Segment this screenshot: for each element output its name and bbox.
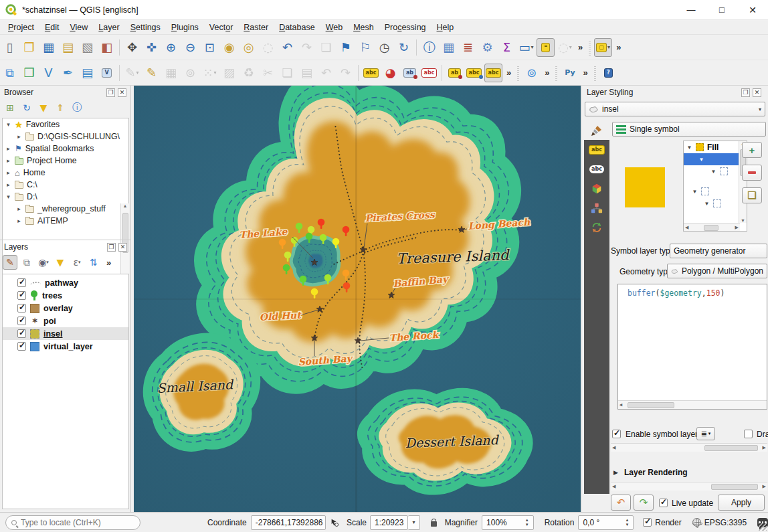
pan-to-selection-button[interactable]: ✜: [142, 38, 161, 57]
select-features-button[interactable]: ▢▾: [594, 38, 612, 57]
new-spatial-bookmark-button[interactable]: ⚑: [337, 38, 355, 57]
menu-mesh[interactable]: Mesh: [348, 21, 379, 33]
close-button[interactable]: ✕: [737, 0, 768, 19]
statistical-summary-button[interactable]: Σ: [498, 38, 516, 57]
styling-close-button[interactable]: ✕: [753, 88, 761, 97]
toolbar-overflow-button[interactable]: »: [575, 42, 586, 52]
help-button[interactable]: ?: [599, 64, 617, 82]
tab-history[interactable]: [584, 217, 609, 237]
expander-icon[interactable]: ▸: [5, 157, 11, 164]
menu-vector[interactable]: Vector: [204, 21, 238, 33]
lock-scale-icon[interactable]: [431, 521, 437, 527]
tab-diagrams[interactable]: [584, 198, 609, 217]
browser-item-spatial-bookmarks[interactable]: ▸⚑Spatial Bookmarks: [3, 143, 128, 155]
menu-project[interactable]: Project: [3, 21, 39, 33]
browser-item-aitemp[interactable]: ▸AITEMP: [3, 215, 128, 227]
toggle-editing-button[interactable]: ✎: [142, 64, 161, 82]
collapse-all-button[interactable]: ⇑: [53, 100, 68, 115]
new-spatialite-layer-button[interactable]: ✒: [59, 64, 77, 82]
python-console-button[interactable]: Py: [561, 64, 579, 82]
zoom-to-selection-button[interactable]: ◉: [220, 38, 238, 57]
layer-item-poi[interactable]: ✶poi: [3, 315, 128, 327]
tab-3d-view[interactable]: [584, 179, 609, 198]
tab-symbology[interactable]: [584, 120, 609, 140]
refresh-map-button[interactable]: ↻: [395, 38, 413, 57]
layer-item-insel[interactable]: insel: [3, 327, 128, 340]
browser-item-d[interactable]: ▾D:\: [3, 191, 128, 203]
new-print-layout-button[interactable]: ▤: [59, 38, 77, 57]
geometry-type-select[interactable]: Polygon / MultiPolygon: [667, 264, 767, 278]
menu-edit[interactable]: Edit: [39, 21, 65, 33]
measure-line-button[interactable]: ▭▾: [517, 38, 535, 57]
layer-item-trees[interactable]: trees: [3, 289, 128, 302]
menu-view[interactable]: View: [64, 21, 93, 33]
new-virtual-layer-button[interactable]: V: [98, 64, 116, 82]
new-geopackage-layer-button[interactable]: ❒: [20, 64, 38, 82]
open-attribute-table-button[interactable]: ▦: [440, 38, 458, 57]
symbol-tree-row-sub3[interactable]: ▼: [684, 197, 747, 209]
menu-raster[interactable]: Raster: [238, 21, 274, 33]
toolbar-overflow-button[interactable]: »: [613, 42, 624, 52]
expander-icon[interactable]: ▾: [5, 121, 11, 128]
browser-item-d-qgis-schulung[interactable]: ▸D:\QGIS-SCHULUNG\: [3, 130, 128, 143]
pan-map-button[interactable]: ✥: [123, 38, 141, 57]
tab-masks[interactable]: abc: [584, 159, 609, 179]
layer-rendering-expander-icon[interactable]: ▶: [613, 469, 618, 476]
browser-item-wheregroup-stuff[interactable]: ▸_wheregroup_stuff: [3, 203, 128, 215]
toolbar-overflow-button[interactable]: »: [103, 258, 114, 268]
open-project-button[interactable]: ❐: [20, 38, 38, 57]
zoom-full-extent-button[interactable]: ⊡: [201, 38, 219, 57]
magnifier-value[interactable]: 100%▲▼: [482, 515, 534, 530]
open-layer-styling-button[interactable]: ✎: [3, 255, 17, 270]
live-update-checkbox[interactable]: [659, 499, 668, 507]
expression-hscroll[interactable]: ◀: [618, 400, 767, 409]
draw-effects-checkbox[interactable]: [744, 430, 753, 438]
zoom-to-layer-button[interactable]: ◎: [239, 38, 258, 57]
browser-item-home[interactable]: ▸⌂Home: [3, 167, 128, 179]
menu-plugins[interactable]: Plugins: [166, 21, 204, 33]
zoom-out-button[interactable]: ⊖: [181, 38, 199, 57]
browser-properties-button[interactable]: ⓘ: [70, 100, 84, 115]
add-selected-layers-button[interactable]: ⊞: [3, 100, 17, 115]
coordinate-value[interactable]: -278661,17392886: [251, 515, 326, 530]
maximize-button[interactable]: □: [706, 0, 737, 19]
scale-dropdown-button[interactable]: ▾: [408, 515, 419, 530]
symbol-layer-type-select[interactable]: Geometry generator: [670, 244, 767, 258]
symbol-tree-hscroll[interactable]: ◀▶: [684, 223, 740, 232]
browser-item-project-home[interactable]: ▸Project Home: [3, 155, 128, 167]
menu-settings[interactable]: Settings: [125, 21, 166, 33]
expander-icon[interactable]: ▸: [5, 145, 11, 152]
refresh-browser-button[interactable]: ↻: [19, 100, 34, 115]
styling-hscroll-1[interactable]: ◀▶: [611, 443, 767, 452]
layer-visibility-checkbox[interactable]: [17, 317, 26, 325]
highlight-pinned-labels-button[interactable]: abc: [420, 64, 438, 82]
styling-layer-select[interactable]: insel ▾: [585, 102, 765, 116]
symbol-tree-row-geometry-generator[interactable]: ▼: [684, 153, 747, 165]
browser-close-button[interactable]: ✕: [118, 88, 126, 97]
crs-status-button[interactable]: EPSG:3395: [704, 518, 747, 527]
processing-toolbox-button[interactable]: ⚙: [478, 38, 496, 57]
expander-icon[interactable]: ▸: [5, 169, 11, 176]
browser-item-c[interactable]: ▸C:\: [3, 179, 128, 191]
remove-symbol-layer-button[interactable]: [742, 165, 762, 181]
coordinate-tracking-icon[interactable]: [330, 517, 339, 527]
temporal-controller-button[interactable]: ◷: [375, 38, 393, 57]
filter-by-expression-button[interactable]: ε▾: [70, 255, 84, 270]
web-toolbar-button[interactable]: ⊚: [522, 64, 541, 82]
show-hide-labels-button[interactable]: abc: [465, 64, 483, 82]
enable-symbol-layer-checkbox[interactable]: [612, 430, 621, 438]
toolbar-overflow-button[interactable]: »: [503, 68, 514, 78]
new-temporary-scratch-layer-button[interactable]: ▤: [78, 64, 96, 82]
symbol-tree-row-sub2[interactable]: ▼: [684, 185, 747, 197]
identify-features-button[interactable]: ⓘ: [420, 38, 438, 57]
change-label-button[interactable]: abc: [484, 64, 502, 82]
open-data-source-manager-button[interactable]: ⧉: [1, 64, 19, 82]
filter-legend-button[interactable]: ▼: [53, 255, 68, 270]
data-defined-override-button[interactable]: ≣▾: [696, 427, 715, 440]
expand-collapse-all-button[interactable]: ⇅: [86, 255, 101, 270]
show-layout-manager-button[interactable]: ▧: [78, 38, 96, 57]
toolbar-overflow-button[interactable]: »: [579, 68, 591, 78]
layer-visibility-checkbox[interactable]: [17, 278, 26, 287]
resize-grip[interactable]: [759, 523, 767, 531]
layer-item-pathway[interactable]: pathway: [3, 276, 128, 289]
